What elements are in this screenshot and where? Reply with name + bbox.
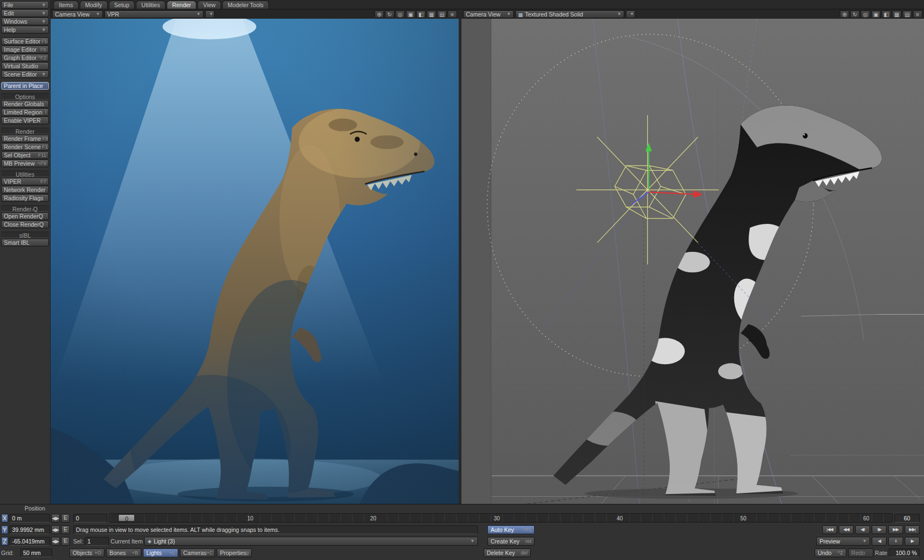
layout-icon[interactable]: ▤: [903, 10, 912, 18]
menu-icon[interactable]: ≡: [913, 10, 922, 18]
y-envelope-button[interactable]: E: [61, 525, 70, 534]
orbit-icon[interactable]: ↻: [385, 10, 394, 18]
go-end-button[interactable]: ▶▶|: [905, 525, 920, 534]
frame-slider[interactable]: 0 10 20 30 40 50 60 0: [109, 513, 893, 523]
frame-slider-handle[interactable]: 0: [118, 514, 135, 521]
zoom-icon[interactable]: ◎: [395, 10, 405, 18]
create-key-button[interactable]: Create Keyret: [487, 537, 535, 546]
x-envelope-button[interactable]: E: [61, 514, 70, 523]
render-mode-dropdown[interactable]: ▦Textured Shaded Solid▼: [515, 10, 624, 18]
virtual-studio-button[interactable]: Virtual Studio: [1, 62, 49, 70]
tab-modeler-tools[interactable]: Modeler Tools: [222, 1, 269, 9]
menu-edit[interactable]: Edit▼: [1, 9, 49, 17]
mode-cameras-button[interactable]: Cameras+C: [180, 548, 215, 557]
pan-icon[interactable]: ⊕: [375, 10, 384, 18]
chevron-down-icon: ▼: [41, 27, 46, 32]
mode-objects-button[interactable]: Objects+O: [69, 548, 105, 557]
radiosity-flags-button[interactable]: Radiosity Flags: [1, 194, 49, 202]
orbit-icon[interactable]: ↻: [850, 10, 860, 18]
grid-icon[interactable]: ▦: [892, 10, 901, 18]
preview-pause-button[interactable]: ‖: [888, 537, 903, 546]
viewport-options-dropdown[interactable]: ▼: [626, 10, 635, 18]
go-start-button[interactable]: |◀◀: [822, 525, 837, 534]
rate-field[interactable]: 100.0 %: [889, 548, 920, 557]
y-axis-tab[interactable]: Y: [1, 525, 8, 534]
view-type-dropdown[interactable]: Camera View▼: [463, 10, 514, 18]
y-position-field[interactable]: 39.9992 mm: [9, 525, 50, 534]
end-frame-field[interactable]: 60: [894, 514, 920, 523]
viewport-options-dropdown[interactable]: ▼: [205, 10, 215, 18]
y-stepper[interactable]: ◀▶: [51, 525, 60, 534]
redo-button[interactable]: Redo: [848, 548, 873, 557]
surface-editor-button[interactable]: Surface EditorF5: [1, 37, 49, 45]
open-renderq-button[interactable]: Open RenderQ: [1, 212, 49, 220]
start-frame-field[interactable]: 0: [73, 514, 107, 523]
mode-lights-button[interactable]: Lights+L: [143, 548, 178, 557]
limited-region-button[interactable]: Limited Regionl: [1, 108, 49, 116]
preview-back-button[interactable]: ◀: [872, 537, 887, 546]
timeline-tick: 60: [863, 514, 869, 523]
vpr-scene: [51, 19, 459, 504]
z-envelope-button[interactable]: E: [61, 537, 70, 546]
shade-icon[interactable]: ◧: [882, 10, 891, 18]
render-globals-button[interactable]: Render Globals: [1, 100, 49, 108]
fit-icon[interactable]: ▣: [406, 10, 415, 18]
vpr-render-canvas[interactable]: [51, 19, 459, 504]
z-position-field[interactable]: -65.0419mm: [9, 537, 50, 546]
render-scene-button[interactable]: Render SceneF10: [1, 143, 49, 151]
menu-windows[interactable]: Windows▼: [1, 18, 49, 25]
timeline-tick: 40: [617, 514, 623, 523]
render-frame-button[interactable]: Render FrameF9: [1, 135, 49, 142]
tab-modify[interactable]: Modify: [80, 1, 108, 9]
z-stepper[interactable]: ◀▶: [51, 537, 60, 546]
sel-object-button[interactable]: Sel ObjectF11: [1, 151, 49, 159]
menu-help[interactable]: Help▼: [1, 26, 49, 34]
viper-button[interactable]: VIPERF7: [1, 178, 49, 185]
current-item-dropdown[interactable]: ◈ Light (3) ▼: [144, 537, 478, 546]
step-back-button[interactable]: ◀‖: [855, 525, 870, 534]
preview-dropdown[interactable]: Preview▼: [816, 537, 870, 546]
layout-icon[interactable]: ▤: [437, 10, 447, 18]
z-axis-tab[interactable]: Z: [1, 537, 8, 546]
mb-preview-button[interactable]: MB Preview+F9: [1, 160, 49, 167]
tab-utilities[interactable]: Utilities: [136, 1, 166, 9]
fit-icon[interactable]: ▣: [871, 10, 881, 18]
x-axis-tab[interactable]: X: [1, 514, 8, 523]
network-render-button[interactable]: Network Render: [1, 186, 49, 194]
smart-ibl-button[interactable]: Smart IBL: [1, 239, 49, 246]
tab-setup[interactable]: Setup: [109, 1, 135, 9]
enable-viper-button[interactable]: Enable VIPER: [1, 117, 49, 124]
step-forward-button[interactable]: ‖▶: [872, 525, 887, 534]
menu-file[interactable]: File▼: [1, 1, 49, 9]
view-type-dropdown[interactable]: Camera View▼: [52, 10, 103, 18]
shade-icon[interactable]: ◧: [416, 10, 426, 18]
preview-play-button[interactable]: ▶: [905, 537, 920, 546]
tab-view[interactable]: View: [197, 1, 221, 9]
next-key-button[interactable]: ▶▶: [888, 525, 903, 534]
x-position-field[interactable]: 0 m: [9, 514, 50, 523]
zoom-icon[interactable]: ◎: [861, 10, 870, 18]
tab-render[interactable]: Render: [167, 1, 196, 9]
tab-items[interactable]: Items: [53, 1, 79, 9]
menu-icon[interactable]: ≡: [448, 10, 457, 18]
undo-button[interactable]: Undo^Z: [815, 548, 846, 557]
graph-editor-button[interactable]: Graph Editor^F2: [1, 54, 49, 62]
chevron-down-icon: ▼: [41, 2, 46, 8]
mode-bones-button[interactable]: Bones+B: [106, 548, 141, 557]
parent-in-place-button[interactable]: Parent in Place: [1, 82, 49, 90]
scene-editor-button[interactable]: Scene Editor▼: [1, 70, 49, 78]
section-utilities: Utilities: [1, 171, 49, 177]
section-options: Options: [1, 93, 49, 100]
opengl-canvas[interactable]: [461, 19, 924, 504]
x-stepper[interactable]: ◀▶: [51, 514, 60, 523]
auto-key-button[interactable]: Auto Key+F1: [487, 525, 535, 534]
properties-button[interactable]: Propertiesp: [217, 548, 252, 557]
render-mode-dropdown[interactable]: VPR▼: [105, 10, 204, 18]
close-renderq-button[interactable]: Close RenderQ: [1, 221, 49, 228]
prev-key-button[interactable]: ◀◀: [839, 525, 854, 534]
grid-icon[interactable]: ▦: [427, 10, 436, 18]
delete-key-button[interactable]: Delete Keydel: [483, 548, 531, 557]
pan-icon[interactable]: ⊕: [840, 10, 849, 18]
image-editor-button[interactable]: Image EditorF6: [1, 46, 49, 53]
chevron-down-icon: ▼: [617, 12, 622, 17]
